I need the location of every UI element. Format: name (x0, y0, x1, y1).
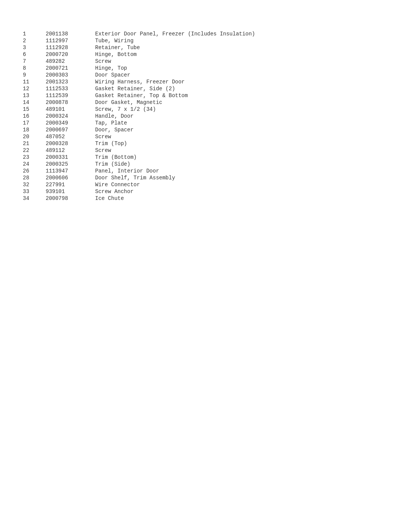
part-id: 2000324 (46, 113, 95, 120)
part-number: 7 (23, 58, 46, 65)
part-id: 2000325 (46, 161, 95, 168)
part-id: 489101 (46, 106, 95, 113)
part-id: 1112928 (46, 44, 95, 51)
table-row: 172000349Tap, Plate (23, 120, 255, 126)
part-id: 489282 (46, 58, 95, 65)
part-number: 2 (23, 37, 46, 44)
part-description: Screw (95, 133, 255, 140)
part-id: 2000697 (46, 126, 95, 133)
table-row: 182000697Door, Spacer (23, 126, 255, 133)
table-row: 20487052Screw (23, 133, 255, 140)
part-description: Tube, Wiring (95, 37, 255, 44)
part-description: Gasket Retainer, Top & Bottom (95, 92, 255, 99)
part-description: Screw, 7 x 1/2 (34) (95, 106, 255, 113)
table-row: 162000324Handle, Door (23, 113, 255, 120)
table-row: 82000721Hinge, Top (23, 65, 255, 72)
part-id: 2000606 (46, 174, 95, 181)
part-id: 939101 (46, 188, 95, 195)
part-id: 2001138 (46, 30, 95, 37)
part-description: Door Spacer (95, 72, 255, 78)
part-id: 2000328 (46, 140, 95, 147)
part-id: 2000349 (46, 120, 95, 126)
part-number: 20 (23, 133, 46, 140)
part-description: Screw (95, 147, 255, 154)
part-number: 13 (23, 92, 46, 99)
part-id: 1112539 (46, 92, 95, 99)
part-number: 21 (23, 140, 46, 147)
table-row: 33939101Screw Anchor (23, 188, 255, 195)
part-description: Hinge, Bottom (95, 51, 255, 58)
table-row: 142000878Door Gasket, Magnetic (23, 99, 255, 106)
table-row: 232000331Trim (Bottom) (23, 154, 255, 161)
table-row: 12001138Exterior Door Panel, Freezer (In… (23, 30, 255, 37)
table-row: 22489112Screw (23, 147, 255, 154)
part-description: Ice Chute (95, 195, 255, 202)
part-number: 26 (23, 168, 46, 174)
part-number: 28 (23, 174, 46, 181)
table-row: 7489282Screw (23, 58, 255, 65)
part-number: 11 (23, 78, 46, 85)
part-number: 24 (23, 161, 46, 168)
table-row: 32227991Wire Connector (23, 181, 255, 188)
part-number: 32 (23, 181, 46, 188)
table-row: 21112997Tube, Wiring (23, 37, 255, 44)
table-row: 261113947Panel, Interior Door (23, 168, 255, 174)
part-description: Screw (95, 58, 255, 65)
part-description: Door Gasket, Magnetic (95, 99, 255, 106)
table-row: 242000325Trim (Side) (23, 161, 255, 168)
part-id: 1113947 (46, 168, 95, 174)
table-row: 121112533Gasket Retainer, Side (2) (23, 85, 255, 92)
part-description: Door, Spacer (95, 126, 255, 133)
table-row: 342000798Ice Chute (23, 195, 255, 202)
part-number: 12 (23, 85, 46, 92)
part-id: 2000720 (46, 51, 95, 58)
part-description: Wiring Harness, Freezer Door (95, 78, 255, 85)
table-row: 212000328Trim (Top) (23, 140, 255, 147)
table-row: 31112928Retainer, Tube (23, 44, 255, 51)
part-number: 15 (23, 106, 46, 113)
part-number: 6 (23, 51, 46, 58)
part-id: 2000878 (46, 99, 95, 106)
part-id: 489112 (46, 147, 95, 154)
part-description: Retainer, Tube (95, 44, 255, 51)
part-description: Screw Anchor (95, 188, 255, 195)
part-description: Handle, Door (95, 113, 255, 120)
part-id: 2000331 (46, 154, 95, 161)
table-row: 282000606Door Shelf, Trim Assembly (23, 174, 255, 181)
part-number: 17 (23, 120, 46, 126)
part-id: 2000721 (46, 65, 95, 72)
part-id: 2000798 (46, 195, 95, 202)
part-description: Exterior Door Panel, Freezer (Includes I… (95, 30, 255, 37)
part-number: 34 (23, 195, 46, 202)
part-description: Trim (Side) (95, 161, 255, 168)
part-number: 3 (23, 44, 46, 51)
part-number: 16 (23, 113, 46, 120)
part-number: 8 (23, 65, 46, 72)
part-number: 18 (23, 126, 46, 133)
part-description: Trim (Top) (95, 140, 255, 147)
part-number: 22 (23, 147, 46, 154)
part-description: Hinge, Top (95, 65, 255, 72)
table-row: 112001323Wiring Harness, Freezer Door (23, 78, 255, 85)
part-description: Door Shelf, Trim Assembly (95, 174, 255, 181)
parts-list: 12001138Exterior Door Panel, Freezer (In… (23, 30, 255, 202)
part-description: Tap, Plate (95, 120, 255, 126)
part-id: 227991 (46, 181, 95, 188)
part-number: 14 (23, 99, 46, 106)
part-description: Gasket Retainer, Side (2) (95, 85, 255, 92)
table-row: 131112539Gasket Retainer, Top & Bottom (23, 92, 255, 99)
part-number: 23 (23, 154, 46, 161)
part-id: 1112533 (46, 85, 95, 92)
part-number: 33 (23, 188, 46, 195)
part-description: Trim (Bottom) (95, 154, 255, 161)
part-id: 2001323 (46, 78, 95, 85)
table-row: 92000303Door Spacer (23, 72, 255, 78)
part-description: Wire Connector (95, 181, 255, 188)
part-number: 1 (23, 30, 46, 37)
part-id: 487052 (46, 133, 95, 140)
table-row: 15489101Screw, 7 x 1/2 (34) (23, 106, 255, 113)
part-id: 1112997 (46, 37, 95, 44)
part-number: 9 (23, 72, 46, 78)
part-description: Panel, Interior Door (95, 168, 255, 174)
table-row: 62000720Hinge, Bottom (23, 51, 255, 58)
